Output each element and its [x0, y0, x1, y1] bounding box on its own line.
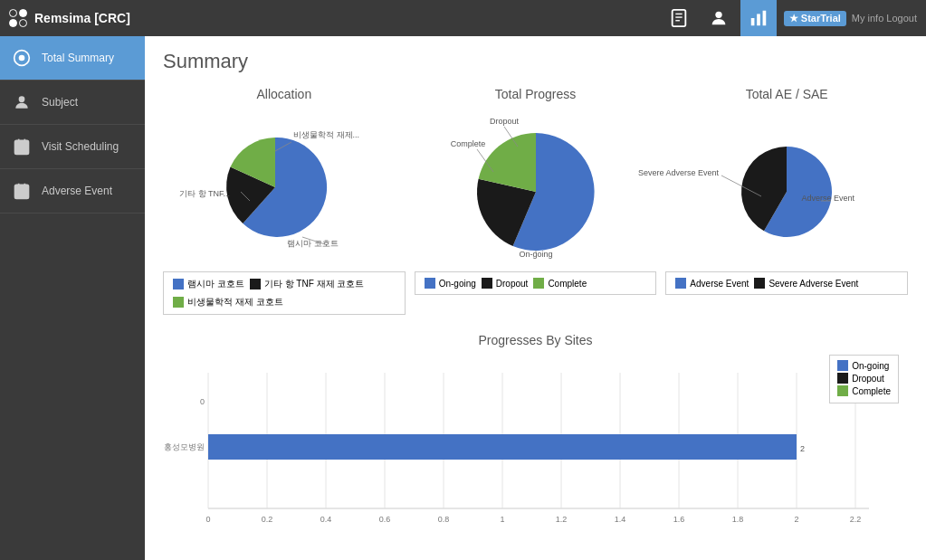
bar-chart-svg: 0 0.2 0.4 0.6 0.8 1 1.2 1.4 1.6 1.8 2 2.…	[163, 355, 905, 554]
total-ae-svg: Severe Adverse Event Adverse Event	[696, 110, 877, 264]
svg-text:Adverse Event: Adverse Event	[802, 194, 855, 203]
allocation-chart: Allocation	[163, 87, 406, 315]
bar-chart-wrapper: 0 0.2 0.4 0.6 0.8 1 1.2 1.4 1.6 1.8 2 2.…	[163, 355, 908, 557]
bar-legend-ongoing: On-going	[837, 360, 891, 371]
legend-label-tnf: 기타 항 TNF 재제 코호트	[264, 278, 365, 290]
legend-item-tnf: 기타 항 TNF 재제 코호트	[250, 278, 365, 290]
subject-icon	[11, 91, 33, 113]
svg-text:서홍성모병원: 서홍성모병원	[163, 442, 205, 451]
total-ae-area: Severe Adverse Event Adverse Event	[665, 110, 908, 264]
total-progress-legend: On-going Dropout Complete	[415, 271, 657, 295]
sidebar-item-adverse-event[interactable]: Adverse Event	[0, 169, 145, 214]
bar-ongoing	[208, 434, 797, 460]
legend-label-complete: Complete	[548, 279, 587, 289]
legend-label-dropout: Dropout	[496, 279, 529, 289]
bar-legend-complete: Complete	[837, 385, 891, 396]
total-progress-svg: Dropout Complete On-going	[450, 110, 622, 264]
svg-text:1.4: 1.4	[615, 515, 626, 524]
svg-text:0.6: 0.6	[379, 515, 391, 524]
page-title: Summary	[163, 50, 908, 73]
legend-item-ongoing: On-going	[425, 278, 476, 289]
total-progress-area: Dropout Complete On-going	[415, 110, 657, 264]
legend-dot-dropout	[482, 278, 492, 289]
bar-chart-legend: On-going Dropout Complete	[829, 355, 899, 403]
topbar-icons	[661, 0, 777, 36]
sidebar-label-subject: Subject	[42, 96, 78, 109]
total-progress-title: Total Progress	[495, 87, 576, 101]
allocation-chart-area: 비생물학적 재제... 기타 항 TNF... 램시마 코호트	[163, 110, 406, 264]
charts-row: Allocation	[163, 87, 908, 315]
svg-text:2: 2	[800, 444, 805, 453]
svg-text:1.2: 1.2	[556, 515, 568, 524]
legend-label-ae: Adverse Event	[690, 279, 749, 289]
calendar-icon	[11, 136, 33, 157]
document-nav-button[interactable]	[661, 0, 697, 36]
app-title: Remsima [CRC]	[34, 11, 130, 25]
chart-nav-button[interactable]	[740, 0, 777, 36]
content-area: Summary Allocation	[145, 36, 926, 560]
sidebar-item-subject[interactable]: Subject	[0, 81, 145, 125]
svg-rect-5	[751, 18, 755, 25]
total-progress-chart: Total Progress Dropout	[415, 87, 657, 315]
svg-text:0.8: 0.8	[438, 515, 450, 524]
bar-legend-dot-complete	[837, 385, 848, 396]
sidebar-label-total-summary: Total Summary	[42, 52, 114, 64]
svg-rect-6	[757, 14, 760, 25]
svg-rect-7	[762, 11, 766, 26]
summary-icon	[11, 47, 33, 69]
logout-text[interactable]: My info Logout	[852, 13, 917, 24]
legend-dot-bio	[173, 297, 184, 308]
legend-label-bio: 비생물학적 재제 코호트	[187, 296, 283, 308]
svg-text:2.2: 2.2	[850, 515, 862, 524]
logo-circle-2	[19, 9, 27, 17]
startrial-logo: ★ StarTrial	[784, 11, 846, 26]
bar-legend-label-complete: Complete	[852, 386, 891, 396]
svg-text:Dropout: Dropout	[489, 117, 519, 126]
svg-point-9	[19, 55, 25, 62]
sidebar-item-total-summary[interactable]: Total Summary	[0, 36, 145, 81]
legend-dot-remsima	[173, 279, 184, 289]
sidebar-item-visit-scheduling[interactable]: Visit Scheduling	[0, 125, 145, 169]
svg-rect-0	[672, 10, 685, 26]
legend-dot-ongoing	[425, 278, 435, 289]
legend-dot-tnf	[250, 279, 261, 289]
bar-chart-title: Progresses By Sites	[163, 333, 908, 347]
legend-item-dropout: Dropout	[482, 278, 529, 289]
bar-legend-dropout: Dropout	[837, 373, 891, 384]
sidebar: Total Summary Subject Visit Scheduling A…	[0, 36, 145, 560]
svg-text:Severe Adverse Event: Severe Adverse Event	[638, 168, 720, 177]
bar-legend-dot-ongoing	[837, 360, 848, 371]
logo-circle-1	[9, 9, 17, 17]
legend-dot-ae	[675, 278, 686, 289]
svg-text:Complete: Complete	[450, 139, 485, 148]
allocation-chart-title: Allocation	[256, 87, 311, 101]
bar-chart-section: Progresses By Sites	[163, 333, 908, 560]
svg-text:2: 2	[794, 515, 798, 524]
user-nav-button[interactable]	[701, 0, 737, 36]
legend-item-ae: Adverse Event	[675, 278, 749, 289]
total-ae-chart: Total AE / SAE Severe Adverse Event Adve…	[665, 87, 908, 315]
logo-circle-4	[19, 19, 27, 27]
bar-legend-label-dropout: Dropout	[852, 374, 884, 384]
svg-text:0.4: 0.4	[320, 515, 332, 524]
svg-rect-11	[15, 140, 29, 154]
legend-item-complete: Complete	[533, 278, 587, 289]
legend-item-remsima: 램시마 코호트	[173, 278, 244, 290]
svg-text:비생물학적 재제...: 비생물학적 재제...	[293, 130, 359, 139]
svg-text:1: 1	[500, 515, 504, 524]
svg-point-4	[715, 12, 721, 18]
total-ae-legend: Adverse Event Severe Adverse Event	[665, 271, 908, 295]
svg-text:1.8: 1.8	[732, 515, 744, 524]
sidebar-label-visit-scheduling: Visit Scheduling	[42, 140, 119, 153]
allocation-pie-svg: 비생물학적 재제... 기타 항 TNF... 램시마 코호트	[194, 110, 375, 264]
sidebar-label-adverse-event: Adverse Event	[42, 185, 112, 197]
total-ae-title: Total AE / SAE	[746, 87, 828, 101]
svg-rect-15	[15, 185, 29, 198]
logo-circle-3	[9, 19, 17, 27]
legend-dot-sae	[754, 278, 765, 289]
legend-item-sae: Severe Adverse Event	[754, 278, 858, 289]
svg-text:0: 0	[205, 515, 210, 524]
bar-legend-dot-dropout	[837, 373, 848, 384]
bar-legend-label-ongoing: On-going	[852, 361, 889, 371]
logo-circles	[9, 9, 27, 27]
